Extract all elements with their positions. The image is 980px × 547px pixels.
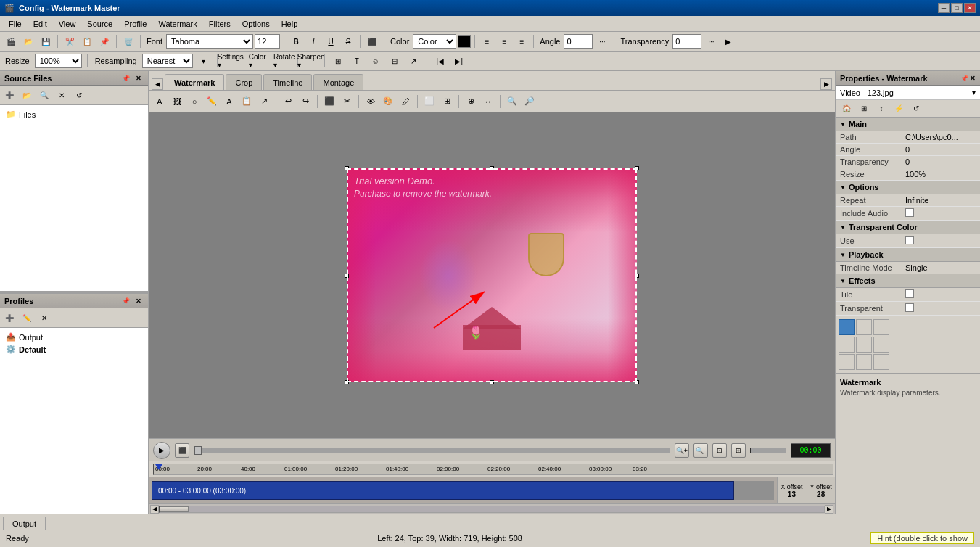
grid-cell-tr[interactable] bbox=[873, 319, 889, 335]
wm-arrow-btn[interactable]: ↗ bbox=[256, 94, 272, 110]
menu-edit[interactable]: Edit bbox=[28, 18, 53, 30]
h-scrollbar-thumb[interactable] bbox=[160, 506, 189, 512]
wm-pos-btn[interactable]: ⊕ bbox=[463, 94, 479, 110]
fit-btn[interactable]: ⊡ bbox=[712, 443, 727, 458]
volume-slider[interactable] bbox=[750, 448, 786, 453]
color-swatch[interactable] bbox=[458, 35, 471, 48]
scroll-right-btn2[interactable]: ▶ bbox=[825, 505, 833, 514]
tab-output[interactable]: Output bbox=[3, 517, 46, 530]
text-tool-btn[interactable]: T bbox=[349, 53, 365, 69]
tab-montage[interactable]: Montage bbox=[313, 74, 363, 90]
minimize-button[interactable]: ─ bbox=[938, 3, 950, 13]
underline-btn[interactable]: U bbox=[323, 33, 339, 49]
grid-cell-tl[interactable] bbox=[839, 319, 855, 335]
wm-circle-btn[interactable]: ○ bbox=[186, 94, 202, 110]
align-h-btn[interactable]: |◀ bbox=[432, 53, 448, 69]
grid-cell-mc[interactable] bbox=[856, 337, 872, 353]
handle-tr[interactable] bbox=[635, 166, 639, 170]
wm-image-btn[interactable]: 🖼 bbox=[169, 94, 185, 110]
toolbar-cut-btn[interactable]: ✂️ bbox=[62, 33, 78, 49]
wm-preview-btn[interactable]: 👁 bbox=[363, 94, 379, 110]
menu-file[interactable]: File bbox=[3, 18, 28, 30]
right-panel-pin-btn[interactable]: 📌 bbox=[960, 75, 968, 82]
tab-timeline[interactable]: Timeline bbox=[263, 74, 312, 90]
maximize-button[interactable]: □ bbox=[951, 3, 963, 13]
menu-source[interactable]: Source bbox=[81, 18, 118, 30]
section-transparent-color[interactable]: ▼ Transparent Color bbox=[836, 221, 980, 234]
resampling-select[interactable]: Nearest Bilinear Bicubic bbox=[142, 54, 193, 68]
wm-crop-btn[interactable]: ⬛ bbox=[321, 94, 337, 110]
play-button[interactable]: ▶ bbox=[153, 442, 170, 459]
subtitle-dropdown[interactable]: ▾ bbox=[972, 89, 976, 96]
scroll-left-btn[interactable]: ◀ bbox=[150, 505, 159, 514]
menu-options[interactable]: Options bbox=[236, 18, 276, 30]
italic-btn[interactable]: I bbox=[305, 33, 321, 49]
wm-copy-btn[interactable]: 📋 bbox=[239, 94, 255, 110]
close-button[interactable]: ✕ bbox=[964, 3, 976, 13]
face-btn[interactable]: ☺ bbox=[368, 53, 384, 69]
edit-profile-btn[interactable]: ✏️ bbox=[19, 310, 35, 326]
refresh-source-btn[interactable]: ↺ bbox=[71, 87, 87, 103]
wm-undo-btn[interactable]: ↩ bbox=[280, 94, 296, 110]
toolbar-open-btn[interactable]: 📂 bbox=[20, 33, 36, 49]
grid-cell-tc[interactable] bbox=[856, 319, 872, 335]
add-profile-btn[interactable]: ➕ bbox=[1, 310, 17, 326]
font-select[interactable]: Tahoma Arial Times New Roman bbox=[166, 34, 253, 49]
resampling-dropdown[interactable]: ▾ bbox=[196, 53, 212, 69]
align-left-btn[interactable]: ⬛ bbox=[364, 33, 380, 49]
grid-cell-br[interactable] bbox=[873, 354, 889, 370]
section-effects[interactable]: ▼ Effects bbox=[836, 274, 980, 288]
toolbar-copy-btn[interactable]: 📋 bbox=[79, 33, 95, 49]
canvas-image[interactable]: Trial version Demo. Purchase to remove t… bbox=[347, 168, 637, 382]
status-hint[interactable]: Hint (double click to show bbox=[870, 532, 974, 544]
arrow-btn[interactable]: ↗ bbox=[405, 53, 421, 69]
bold-btn[interactable]: B bbox=[288, 33, 304, 49]
handle-tl[interactable] bbox=[345, 166, 349, 170]
zoom-out-btn[interactable]: 🔍- bbox=[693, 443, 708, 458]
handle-tc[interactable] bbox=[490, 166, 494, 170]
wm-text-btn[interactable]: A bbox=[221, 94, 237, 110]
tab-crop[interactable]: Crop bbox=[226, 74, 262, 90]
rotate-btn[interactable]: Rotate ▾ bbox=[276, 53, 292, 69]
handle-bc[interactable] bbox=[490, 380, 494, 384]
tile-checkbox[interactable] bbox=[905, 289, 914, 298]
align1-btn[interactable]: ≡ bbox=[479, 33, 495, 49]
profiles-pin-btn[interactable]: 📌 bbox=[120, 297, 132, 305]
stop-button[interactable]: ⬛ bbox=[175, 443, 189, 458]
h-scrollbar-track[interactable] bbox=[159, 506, 825, 513]
zoom-in-btn[interactable]: 🔍+ bbox=[675, 443, 689, 458]
handle-mr[interactable] bbox=[635, 274, 639, 278]
fit2-btn[interactable]: ⊞ bbox=[731, 443, 746, 458]
transparency-input[interactable] bbox=[672, 34, 701, 49]
handle-ml[interactable] bbox=[345, 274, 349, 278]
menu-view[interactable]: View bbox=[53, 18, 82, 30]
playback-track[interactable] bbox=[194, 448, 670, 453]
strikethrough-btn[interactable]: S bbox=[340, 33, 356, 49]
playback-thumb[interactable] bbox=[194, 446, 202, 455]
align3-btn[interactable]: ≡ bbox=[514, 33, 530, 49]
menu-help[interactable]: Help bbox=[276, 18, 304, 30]
right-panel-close-btn[interactable]: ✕ bbox=[970, 75, 976, 82]
canvas-container[interactable]: Trial version Demo. Purchase to remove t… bbox=[347, 168, 637, 382]
wm-zoom-in-btn[interactable]: 🔍 bbox=[504, 94, 520, 110]
toolbar-new-btn[interactable]: 🎬 bbox=[3, 33, 19, 49]
source-files-close-btn[interactable]: ✕ bbox=[133, 75, 144, 82]
scroll-right-btn[interactable]: ▶ bbox=[720, 33, 736, 49]
wm-flip-btn[interactable]: ↔ bbox=[480, 94, 496, 110]
grid-cell-mr[interactable] bbox=[873, 337, 889, 353]
toolbar-save-btn[interactable]: 💾 bbox=[38, 33, 54, 49]
section-main[interactable]: ▼ Main bbox=[836, 118, 980, 131]
timeline-clip[interactable]: 00:00 - 03:00:00 (03:00:00) bbox=[152, 481, 734, 500]
profile-default-item[interactable]: ⚙️ Default bbox=[3, 343, 145, 355]
wm-pen-btn[interactable]: 🖊 bbox=[398, 94, 413, 110]
grid-icon2[interactable]: ⊟ bbox=[387, 53, 403, 69]
profiles-close-btn[interactable]: ✕ bbox=[133, 297, 144, 305]
sharpen-btn[interactable]: Sharpen ▾ bbox=[303, 53, 319, 69]
tab-nav-left[interactable]: ◀ bbox=[152, 78, 163, 90]
wm-color-btn[interactable]: 🎨 bbox=[380, 94, 396, 110]
wm-edit-btn[interactable]: ✏️ bbox=[204, 94, 220, 110]
grid-cell-ml[interactable] bbox=[839, 337, 855, 353]
delete-source-btn[interactable]: ✕ bbox=[54, 87, 70, 103]
menu-watermark[interactable]: Watermark bbox=[152, 18, 202, 30]
transparency-more-btn[interactable]: ··· bbox=[703, 33, 719, 49]
